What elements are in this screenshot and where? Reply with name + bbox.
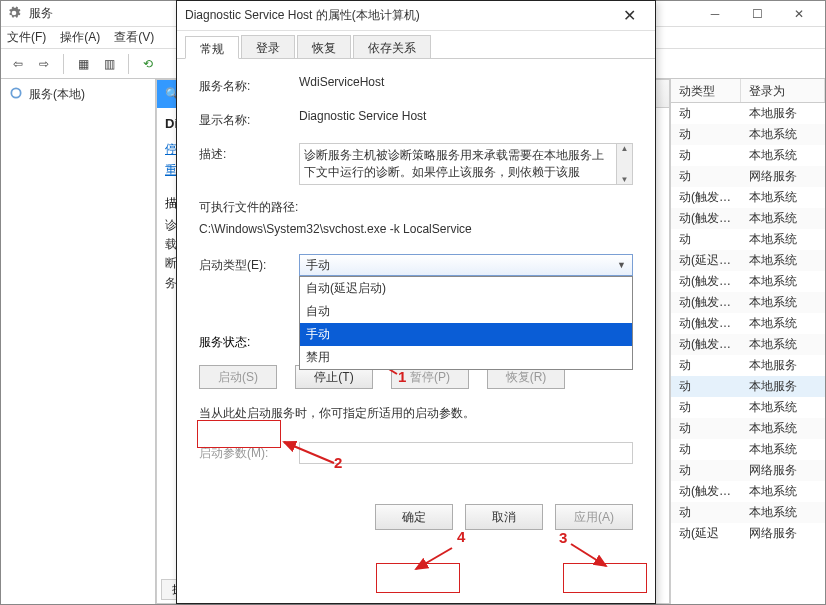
cancel-button[interactable]: 取消 (465, 504, 543, 530)
cell-logon: 本地服务 (741, 103, 825, 124)
table-row[interactable]: 动(延迟网络服务 (671, 523, 825, 544)
cell-startup: 动 (671, 439, 741, 460)
status-label: 服务状态: (199, 334, 299, 351)
table-row[interactable]: 动(触发…本地系统 (671, 292, 825, 313)
table-row[interactable]: 动本地系统 (671, 502, 825, 523)
chevron-up-icon[interactable]: ▲ (617, 144, 632, 153)
cell-logon: 本地系统 (741, 271, 825, 292)
col-logon[interactable]: 登录为 (741, 79, 825, 102)
minimize-button[interactable]: ─ (695, 4, 735, 24)
table-row[interactable]: 动(触发…本地系统 (671, 187, 825, 208)
desc-scrollbar[interactable]: ▲▼ (617, 143, 633, 185)
dd-delayed[interactable]: 自动(延迟启动) (300, 277, 632, 300)
display-name-value: Diagnostic Service Host (299, 109, 633, 123)
cell-startup: 动 (671, 502, 741, 523)
hint-text: 当从此处启动服务时，你可指定所适用的启动参数。 (199, 405, 633, 422)
param-input[interactable] (299, 442, 633, 464)
table-row[interactable]: 动(触发…本地系统 (671, 334, 825, 355)
menu-action[interactable]: 操作(A) (60, 29, 100, 46)
close-icon[interactable]: ✕ (611, 4, 647, 28)
maximize-button[interactable]: ☐ (737, 4, 777, 24)
apply-button[interactable]: 应用(A) (555, 504, 633, 530)
cell-startup: 动(触发… (671, 208, 741, 229)
close-button[interactable]: ✕ (779, 4, 819, 24)
dialog-body: 服务名称: WdiServiceHost 显示名称: Diagnostic Se… (177, 59, 655, 504)
dialog-footer: 确定 取消 应用(A) (177, 504, 655, 544)
table-row[interactable]: 动(触发…本地系统 (671, 271, 825, 292)
cell-startup: 动 (671, 103, 741, 124)
export-list-button[interactable]: ▥ (98, 53, 120, 75)
startup-type-label: 启动类型(E): (199, 254, 299, 274)
tab-recovery[interactable]: 恢复 (297, 35, 351, 58)
table-row[interactable]: 动本地系统 (671, 145, 825, 166)
menu-view[interactable]: 查看(V) (114, 29, 154, 46)
gear-icon (9, 86, 23, 103)
table-row[interactable]: 动本地服务 (671, 355, 825, 376)
dropdown-value: 手动 (306, 257, 330, 274)
refresh-button[interactable]: ⟲ (137, 53, 159, 75)
param-label: 启动参数(M): (199, 445, 299, 462)
cell-logon: 本地系统 (741, 208, 825, 229)
tree-root[interactable]: 服务(本地) (5, 83, 151, 106)
properties-dialog: Diagnostic Service Host 的属性(本地计算机) ✕ 常规 … (176, 0, 656, 604)
cell-startup: 动 (671, 355, 741, 376)
chevron-down-icon[interactable]: ▼ (617, 175, 632, 184)
gear-icon (7, 6, 23, 22)
cell-startup: 动(触发… (671, 313, 741, 334)
table-row[interactable]: 动本地系统 (671, 418, 825, 439)
table-row[interactable]: 动本地服务 (671, 103, 825, 124)
tab-general[interactable]: 常规 (185, 36, 239, 59)
cell-logon: 本地系统 (741, 397, 825, 418)
table-row[interactable]: 动(延迟…本地系统 (671, 250, 825, 271)
table-row[interactable]: 动本地系统 (671, 397, 825, 418)
dialog-titlebar: Diagnostic Service Host 的属性(本地计算机) ✕ (177, 1, 655, 31)
service-table: 动类型 登录为 动本地服务动本地系统动本地系统动网络服务动(触发…本地系统动(触… (670, 79, 825, 604)
menu-file[interactable]: 文件(F) (7, 29, 46, 46)
cell-logon: 本地系统 (741, 418, 825, 439)
table-row[interactable]: 动(触发…本地系统 (671, 481, 825, 502)
cell-logon: 本地系统 (741, 145, 825, 166)
table-row[interactable]: 动网络服务 (671, 460, 825, 481)
desc-textarea[interactable]: 诊断服务主机被诊断策略服务用来承载需要在本地服务上下文中运行的诊断。如果停止该服… (299, 143, 617, 185)
cell-startup: 动 (671, 145, 741, 166)
table-row[interactable]: 动(触发…本地系统 (671, 313, 825, 334)
tab-logon[interactable]: 登录 (241, 35, 295, 58)
cell-startup: 动(延迟… (671, 250, 741, 271)
cell-logon: 本地系统 (741, 502, 825, 523)
dd-manual[interactable]: 手动 (300, 323, 632, 346)
table-row[interactable]: 动本地服务 (671, 376, 825, 397)
exe-label: 可执行文件的路径: (199, 199, 633, 216)
dd-disabled[interactable]: 禁用 (300, 346, 632, 369)
cell-logon: 本地系统 (741, 313, 825, 334)
table-header: 动类型 登录为 (671, 79, 825, 103)
tab-bar: 常规 登录 恢复 依存关系 (177, 31, 655, 59)
start-button[interactable]: 启动(S) (199, 365, 277, 389)
forward-button[interactable]: ⇨ (33, 53, 55, 75)
table-row[interactable]: 动本地系统 (671, 229, 825, 250)
table-row[interactable]: 动(触发…本地系统 (671, 208, 825, 229)
col-startup[interactable]: 动类型 (671, 79, 741, 102)
cell-startup: 动(延迟 (671, 523, 741, 544)
cell-logon: 本地服务 (741, 376, 825, 397)
table-row[interactable]: 动本地系统 (671, 124, 825, 145)
table-row[interactable]: 动本地系统 (671, 439, 825, 460)
table-row[interactable]: 动网络服务 (671, 166, 825, 187)
cell-logon: 本地系统 (741, 250, 825, 271)
separator (128, 54, 129, 74)
startup-type-dropdown[interactable]: 手动 ▼ (299, 254, 633, 276)
chevron-down-icon: ▼ (617, 260, 626, 270)
cell-startup: 动(触发… (671, 334, 741, 355)
show-hide-button[interactable]: ▦ (72, 53, 94, 75)
cell-logon: 本地系统 (741, 229, 825, 250)
svg-point-0 (11, 88, 20, 97)
cell-logon: 本地系统 (741, 124, 825, 145)
tab-deps[interactable]: 依存关系 (353, 35, 431, 58)
dd-auto[interactable]: 自动 (300, 300, 632, 323)
desc-label: 描述: (199, 143, 299, 163)
tree-root-label: 服务(本地) (29, 86, 85, 103)
cell-logon: 本地服务 (741, 355, 825, 376)
service-name-label: 服务名称: (199, 75, 299, 95)
back-button[interactable]: ⇦ (7, 53, 29, 75)
cell-logon: 本地系统 (741, 481, 825, 502)
ok-button[interactable]: 确定 (375, 504, 453, 530)
